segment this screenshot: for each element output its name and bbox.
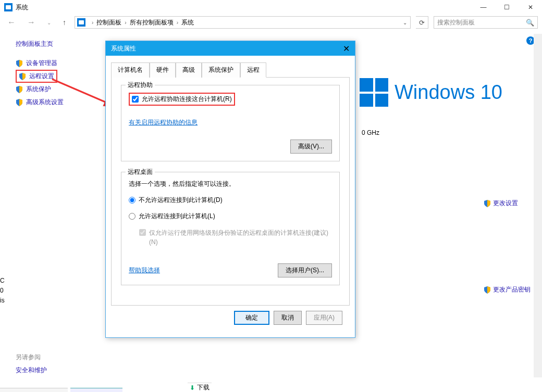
refresh-button[interactable]: ⟳	[416, 16, 428, 29]
address-dropdown-icon[interactable]: ⌄	[401, 19, 409, 27]
downloads-label: 下载	[197, 383, 210, 392]
windows-logo-text: Windows 10	[395, 81, 502, 104]
change-product-key-link[interactable]: 更改产品密钥	[484, 285, 531, 294]
change-settings-link[interactable]: 更改设置	[484, 199, 518, 208]
breadcrumb[interactable]: 控制面板	[96, 18, 121, 27]
dialog-tabs: 计算机名 硬件 高级 系统保护 远程	[111, 62, 350, 78]
radio-allow-remote[interactable]	[129, 213, 136, 220]
remote-assist-info-link[interactable]: 有关启用远程协助的信息	[129, 118, 332, 127]
shield-icon	[484, 286, 491, 294]
apply-button: 应用(A)	[306, 311, 342, 325]
window-title: 系统	[16, 3, 28, 12]
sidebar-item-advanced-settings[interactable]: 高级系统设置	[16, 96, 104, 109]
window-titlebar: 系统	[4, 0, 542, 15]
tab-content-remote: 远程协助 允许远程协助连接这台计算机(R) 有关启用远程协助的信息 高级(V).…	[111, 78, 350, 306]
window-buttons: — ☐ ✕	[472, 0, 542, 15]
dialog-title: 系统属性	[111, 44, 136, 53]
sidebar-item-label: 远程设置	[29, 72, 54, 81]
help-me-choose-link[interactable]: 帮助我选择	[129, 266, 160, 275]
breadcrumb-sep: ›	[125, 20, 126, 26]
search-placeholder: 搜索控制面板	[437, 18, 475, 27]
close-button[interactable]: ✕	[519, 0, 542, 15]
remote-assistance-group: 远程协助 允许远程协助连接这台计算机(R) 有关启用远程协助的信息 高级(V).…	[121, 85, 340, 161]
remote-desktop-legend: 远程桌面	[126, 168, 155, 176]
sidebar: 控制面板主页 设备管理器 远程设置 系统保护 高级系统设置	[16, 36, 104, 109]
sidebar-item-label: 系统保护	[26, 85, 51, 94]
sidebar-item-system-protection[interactable]: 系统保护	[16, 83, 104, 96]
radio-allow-remote-label: 允许远程连接到此计算机(L)	[139, 212, 215, 221]
windows-logo-icon	[360, 78, 388, 107]
breadcrumb-sep: ›	[92, 20, 93, 26]
breadcrumb[interactable]: 系统	[181, 18, 194, 27]
radio-disallow-remote-row[interactable]: 不允许远程连接到此计算机(D)	[129, 196, 332, 205]
tab-remote[interactable]: 远程	[240, 62, 266, 78]
scrollbar[interactable]	[534, 34, 542, 377]
sidebar-item-remote-settings[interactable]: 远程设置	[16, 70, 57, 83]
system-icon	[4, 3, 13, 11]
nla-only-checkbox	[139, 229, 146, 236]
sidebar-item-label: 高级系统设置	[26, 98, 64, 107]
shield-icon	[19, 73, 26, 80]
ok-button[interactable]: 确定	[234, 311, 269, 325]
cutoff-text: C 0 is	[0, 276, 5, 306]
security-maintenance-link[interactable]: 安全和维护	[16, 366, 47, 375]
radio-disallow-remote[interactable]	[129, 197, 136, 204]
nla-only-checkbox-row: 仅允许运行使用网络级别身份验证的远程桌面的计算机连接(建议)(N)	[139, 228, 332, 247]
nla-only-label: 仅允许运行使用网络级别身份验证的远程桌面的计算机连接(建议)(N)	[149, 228, 332, 247]
maximize-button[interactable]: ☐	[495, 0, 519, 15]
nav-back-button[interactable]: ←	[4, 16, 19, 29]
cpu-ghz-text: 0 GHz	[362, 129, 379, 136]
system-properties-dialog: 系统属性 ✕ 计算机名 硬件 高级 系统保护 远程 远程协助 允许远程协助连接这…	[105, 41, 355, 338]
address-bar[interactable]: › 控制面板 › 所有控制面板项 › 系统 ⌄	[75, 16, 411, 29]
remote-desktop-group: 远程桌面 选择一个选项，然后指定谁可以连接。 不允许远程连接到此计算机(D) 允…	[121, 172, 340, 285]
remote-assist-advanced-button[interactable]: 高级(V)...	[290, 140, 332, 154]
shield-icon	[484, 200, 491, 207]
see-also-header: 另请参阅	[16, 353, 47, 362]
search-icon[interactable]: 🔍	[526, 19, 534, 27]
nav-bar: ← → ⌄ ↑ › 控制面板 › 所有控制面板项 › 系统 ⌄ ⟳ 搜索控制面板…	[4, 15, 538, 30]
sidebar-home[interactable]: 控制面板主页	[16, 36, 104, 52]
windows-logo-section: Windows 10	[360, 78, 502, 107]
radio-disallow-remote-label: 不允许远程连接到此计算机(D)	[139, 196, 223, 205]
breadcrumb[interactable]: 所有控制面板项	[130, 18, 174, 27]
select-users-button[interactable]: 选择用户(S)...	[278, 263, 332, 277]
dialog-close-button[interactable]: ✕	[343, 44, 350, 54]
search-input[interactable]: 搜索控制面板 🔍	[434, 16, 538, 29]
dialog-footer: 确定 取消 应用(A)	[111, 306, 350, 332]
change-key-label: 更改产品密钥	[493, 285, 531, 294]
shield-icon	[16, 86, 23, 93]
tab-system-protection[interactable]: 系统保护	[202, 62, 240, 78]
tab-hardware[interactable]: 硬件	[150, 62, 176, 78]
change-settings-label: 更改设置	[493, 199, 518, 208]
dialog-titlebar[interactable]: 系统属性 ✕	[106, 41, 355, 56]
breadcrumb-sep: ›	[177, 20, 178, 26]
remote-assistance-legend: 远程协助	[126, 81, 155, 90]
sidebar-item-device-manager[interactable]: 设备管理器	[16, 57, 104, 70]
nav-up-button[interactable]: ↑	[59, 16, 69, 29]
allow-remote-assistance-label: 允许远程协助连接这台计算机(R)	[142, 95, 232, 104]
download-icon: ⬇	[190, 384, 195, 391]
cancel-button[interactable]: 取消	[274, 311, 302, 325]
sidebar-item-label: 设备管理器	[26, 59, 57, 68]
see-also-section: 另请参阅 安全和维护	[16, 353, 47, 375]
minimize-button[interactable]: —	[472, 0, 495, 15]
taskbar-fragment	[70, 388, 122, 392]
shield-icon	[16, 99, 23, 106]
address-icon	[77, 18, 85, 27]
shield-icon	[16, 60, 23, 67]
nav-history-dropdown[interactable]: ⌄	[44, 18, 54, 28]
tab-advanced[interactable]: 高级	[176, 62, 202, 78]
radio-allow-remote-row[interactable]: 允许远程连接到此计算机(L)	[129, 212, 332, 221]
remote-desktop-desc: 选择一个选项，然后指定谁可以连接。	[129, 180, 332, 188]
nav-forward-button[interactable]: →	[24, 16, 39, 29]
allow-remote-assistance-checkbox-row[interactable]: 允许远程协助连接这台计算机(R)	[129, 93, 235, 106]
tab-computer-name[interactable]: 计算机名	[111, 62, 150, 78]
allow-remote-assistance-checkbox[interactable]	[132, 96, 139, 103]
downloads-task-item[interactable]: ⬇ 下载	[188, 383, 212, 392]
taskbar-fragment	[0, 388, 68, 392]
